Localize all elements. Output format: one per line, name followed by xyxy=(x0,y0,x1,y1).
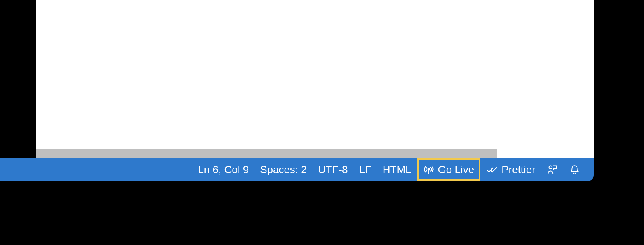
double-check-icon xyxy=(486,165,497,174)
editor-pane xyxy=(36,0,594,158)
bell-icon xyxy=(569,164,580,175)
horizontal-scrollbar[interactable] xyxy=(36,149,497,158)
indentation-button[interactable]: Spaces: 2 xyxy=(254,158,313,181)
feedback-icon xyxy=(547,164,558,175)
status-bar: Ln 6, Col 9 Spaces: 2 UTF-8 LF HTML xyxy=(0,158,594,181)
cursor-position-label: Ln 6, Col 9 xyxy=(198,164,249,176)
minimap[interactable] xyxy=(513,0,594,158)
prettier-label: Prettier xyxy=(501,164,535,176)
language-mode-label: HTML xyxy=(383,164,411,176)
language-mode-button[interactable]: HTML xyxy=(377,158,417,181)
encoding-button[interactable]: UTF-8 xyxy=(313,158,354,181)
eol-label: LF xyxy=(359,164,371,176)
broadcast-icon xyxy=(424,164,434,175)
editor-content[interactable] xyxy=(36,0,513,158)
encoding-label: UTF-8 xyxy=(318,164,348,176)
editor-window: Ln 6, Col 9 Spaces: 2 UTF-8 LF HTML xyxy=(0,0,594,181)
go-live-button[interactable]: Go Live xyxy=(417,158,481,181)
svg-point-2 xyxy=(549,166,552,168)
prettier-button[interactable]: Prettier xyxy=(480,158,541,181)
window-shadow xyxy=(0,181,594,189)
eol-button[interactable]: LF xyxy=(353,158,377,181)
go-live-label: Go Live xyxy=(438,164,474,176)
cursor-position-button[interactable]: Ln 6, Col 9 xyxy=(192,158,254,181)
feedback-button[interactable] xyxy=(541,158,564,181)
notifications-button[interactable] xyxy=(564,158,585,181)
indentation-label: Spaces: 2 xyxy=(260,164,307,176)
